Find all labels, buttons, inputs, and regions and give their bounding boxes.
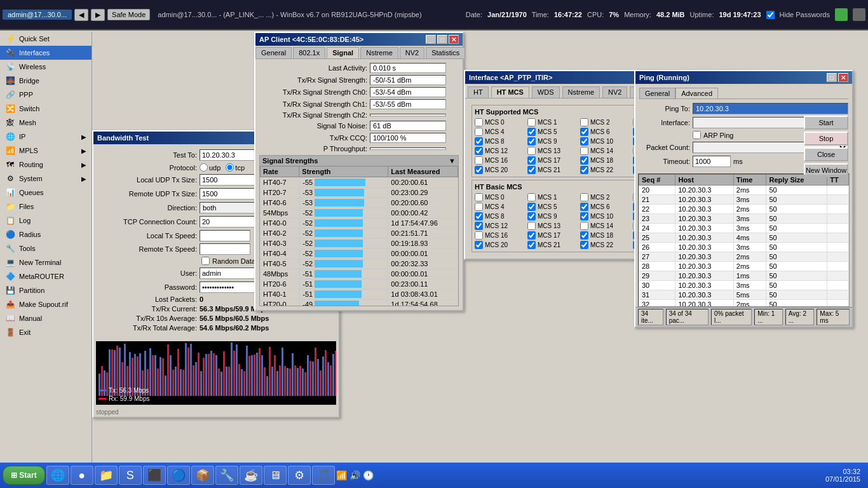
mcs-checkbox[interactable] — [527, 166, 536, 174]
stop-button[interactable]: Stop — [804, 132, 848, 146]
mcs-checkbox[interactable] — [527, 118, 536, 126]
sidebar-item-switch[interactable]: 🔀 Switch — [0, 102, 92, 116]
sidebar-item-exit[interactable]: 🚪 Exit — [0, 325, 92, 339]
tab-nv2[interactable]: NV2 — [400, 47, 424, 58]
mcs-checkbox[interactable] — [527, 231, 536, 240]
sidebar-item-bridge[interactable]: 🌉 Bridge — [0, 74, 92, 88]
taskbar-ie[interactable]: 🌐 — [46, 466, 69, 485]
mcs-checkbox[interactable] — [475, 193, 483, 201]
mcs-checkbox[interactable] — [580, 118, 588, 126]
mcs-checkbox[interactable] — [475, 128, 483, 136]
ping-results-container[interactable]: Seq # Host Time Reply Size TT 20 10.20.3… — [638, 173, 850, 307]
sidebar-item-queues[interactable]: 📊 Queues — [0, 186, 92, 200]
taskbar-router[interactable]: 🖥 — [264, 466, 287, 485]
sidebar-item-files[interactable]: 📁 Files — [0, 200, 92, 214]
taskbar-skype[interactable]: S — [119, 466, 142, 485]
sidebar-item-ip[interactable]: 🌐 IP ▶ — [0, 130, 92, 144]
udp-radio[interactable] — [200, 163, 208, 172]
ping-close-btn[interactable]: ✕ — [838, 73, 848, 82]
mcs-checkbox[interactable] — [580, 137, 588, 146]
mcs-checkbox[interactable] — [475, 147, 483, 155]
start-button[interactable]: Start — [804, 116, 848, 130]
mcs-checkbox[interactable] — [475, 203, 483, 211]
hide-passwords-checkbox[interactable] — [766, 11, 775, 19]
mcs-checkbox[interactable] — [580, 147, 588, 155]
taskbar-java[interactable]: ☕ — [240, 466, 262, 485]
random-data-checkbox[interactable] — [201, 257, 210, 265]
taskbar-folder[interactable]: 📁 — [95, 466, 118, 485]
mcs-checkbox[interactable] — [580, 222, 588, 230]
mcs-checkbox[interactable] — [580, 203, 588, 211]
iface-tab-htmcs[interactable]: HT MCS — [491, 86, 529, 98]
ping-maximize-btn[interactable]: □ — [827, 73, 837, 82]
mcs-checkbox[interactable] — [580, 212, 588, 220]
mcs-checkbox[interactable] — [580, 128, 588, 136]
mcs-checkbox[interactable] — [580, 156, 588, 165]
mcs-checkbox[interactable] — [475, 118, 483, 126]
iface-tab-nv2[interactable]: NV2 — [602, 86, 627, 98]
tcp-radio[interactable] — [226, 163, 234, 172]
ping-to-input[interactable] — [693, 103, 848, 114]
mcs-checkbox[interactable] — [527, 222, 536, 230]
start-button[interactable]: ⊞ Start — [3, 466, 45, 485]
sidebar-item-tools[interactable]: 🔧 Tools — [0, 241, 92, 255]
mcs-checkbox[interactable] — [580, 241, 588, 249]
forward-button[interactable]: ▶ — [91, 9, 105, 21]
tab-nstreme[interactable]: Nstreme — [360, 47, 398, 58]
back-button[interactable]: ◀ — [74, 9, 88, 21]
arp-ping-checkbox[interactable] — [693, 131, 701, 139]
tab-statistics[interactable]: Statistics — [426, 47, 465, 58]
sidebar-item-metarouter[interactable]: 🔷 MetaROUTER — [0, 269, 92, 283]
tab-8021x[interactable]: 802.1x — [293, 47, 325, 58]
sidebar-item-terminal[interactable]: 💻 New Terminal — [0, 255, 92, 269]
mcs-checkbox[interactable] — [527, 193, 536, 201]
safe-mode-button[interactable]: Safe Mode — [107, 9, 150, 20]
close-button[interactable]: Close — [804, 147, 848, 161]
mcs-checkbox[interactable] — [475, 137, 483, 146]
taskbar-chrome[interactable]: ● — [71, 466, 93, 485]
taskbar-app3[interactable]: 📦 — [191, 466, 214, 485]
sidebar-item-ppp[interactable]: 🔗 PPP — [0, 88, 92, 102]
mcs-checkbox[interactable] — [580, 231, 588, 240]
taskbar-app4[interactable]: 🔧 — [215, 466, 238, 485]
mcs-checkbox[interactable] — [527, 203, 536, 211]
mcs-checkbox[interactable] — [475, 156, 483, 165]
sidebar-item-routing[interactable]: 🗺 Routing ▶ — [0, 158, 92, 172]
local-tx-input[interactable] — [200, 230, 250, 241]
tab-signal[interactable]: Signal — [327, 47, 359, 58]
sidebar-item-mesh[interactable]: 🕸 Mesh — [0, 116, 92, 130]
iface-tab-nstreme[interactable]: Nstreme — [562, 86, 600, 98]
taskbar-app2[interactable]: 🔵 — [167, 466, 190, 485]
taskbar-cmd[interactable]: ⬛ — [143, 466, 166, 485]
mcs-checkbox[interactable] — [475, 231, 483, 240]
mcs-checkbox[interactable] — [527, 156, 536, 165]
sidebar-item-wireless[interactable]: 📡 Wireless — [0, 60, 92, 74]
mcs-checkbox[interactable] — [580, 166, 588, 174]
ap-minimize-btn[interactable]: _ — [426, 35, 436, 44]
mcs-checkbox[interactable] — [527, 212, 536, 220]
mcs-checkbox[interactable] — [527, 241, 536, 249]
sidebar-item-partition[interactable]: 💾 Partition — [0, 283, 92, 297]
ping-tab-advanced[interactable]: Advanced — [675, 88, 718, 98]
mcs-checkbox[interactable] — [580, 193, 588, 201]
iface-tab-wds[interactable]: WDS — [532, 86, 560, 98]
taskbar-app5[interactable]: ⚙ — [288, 466, 311, 485]
remote-tx-input[interactable] — [200, 243, 250, 255]
sidebar-item-quickset[interactable]: ⚡ Quick Set — [0, 32, 92, 46]
mcs-checkbox[interactable] — [527, 128, 536, 136]
sidebar-item-log[interactable]: 📋 Log — [0, 214, 92, 227]
sidebar-item-radius[interactable]: 🔵 Radius — [0, 227, 92, 241]
timeout-input[interactable] — [693, 156, 731, 167]
iface-tab-ht[interactable]: HT — [468, 86, 489, 98]
taskbar-app6[interactable]: 🎵 — [312, 466, 335, 485]
sidebar-item-system[interactable]: ⚙ System ▶ — [0, 172, 92, 186]
sidebar-item-interfaces[interactable]: 🔌 Interfaces — [0, 46, 92, 60]
signal-scroll-down[interactable]: ▼ — [449, 157, 456, 165]
mcs-checkbox[interactable] — [475, 166, 483, 174]
mcs-checkbox[interactable] — [475, 212, 483, 220]
mcs-checkbox[interactable] — [527, 137, 536, 146]
ping-tab-general[interactable]: General — [639, 88, 675, 98]
mcs-checkbox[interactable] — [475, 222, 483, 230]
tab-general[interactable]: General — [255, 47, 292, 58]
sidebar-item-mpls[interactable]: 📶 MPLS ▶ — [0, 144, 92, 158]
